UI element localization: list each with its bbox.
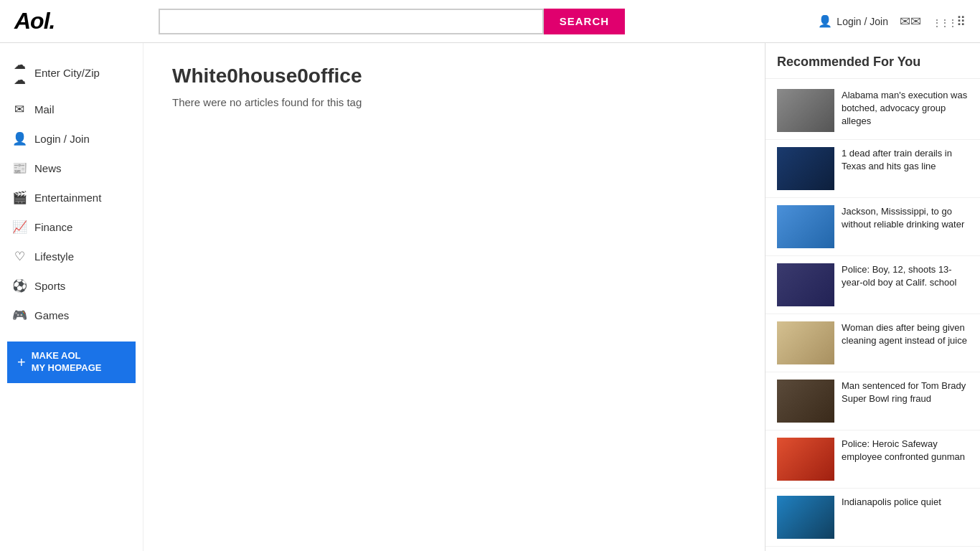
entertainment-icon: 🎬 <box>11 190 27 205</box>
rec-article-item[interactable]: Alabama man's execution was botched, adv… <box>765 82 980 140</box>
article-headline: Man sentenced for Tom Brady Super Bowl r… <box>842 380 969 405</box>
search-container: SEARCH <box>159 9 625 34</box>
article-thumbnail <box>777 321 834 364</box>
grid-icon[interactable]: ⠿ <box>933 14 966 29</box>
sidebar-label-lifestyle: Lifestyle <box>34 250 74 263</box>
search-button[interactable]: SEARCH <box>544 9 625 34</box>
search-input[interactable] <box>159 9 544 34</box>
page-layout: ☁ Enter City/Zip ✉ Mail 👤 Login / Join 📰… <box>0 43 980 551</box>
rec-article-item[interactable]: Police: Heroic Safeway employee confront… <box>765 430 980 489</box>
article-thumbnail <box>777 89 834 132</box>
article-headline: Police: Boy, 12, shoots 13-year-old boy … <box>842 263 969 289</box>
games-icon: 🎮 <box>11 308 27 323</box>
weather-icon: ☁ <box>11 57 27 88</box>
rec-article-item[interactable]: 1 dead after train derails in Texas and … <box>765 140 980 198</box>
sidebar-item-login[interactable]: 👤 Login / Join <box>0 124 143 154</box>
article-thumbnail <box>777 496 834 539</box>
sidebar-item-news[interactable]: 📰 News <box>0 154 143 183</box>
article-thumbnail <box>777 438 834 481</box>
login-join-label: Login / Join <box>837 16 888 27</box>
sidebar-item-sports[interactable]: ⚽ Sports <box>0 271 143 301</box>
article-headline: Jackson, Mississippi, to go without reli… <box>842 205 969 231</box>
sports-icon: ⚽ <box>11 278 27 293</box>
aol-logo[interactable]: Aol. <box>14 8 55 34</box>
article-thumbnail <box>777 205 834 248</box>
article-thumbnail <box>777 147 834 190</box>
sidebar-label-entertainment: Entertainment <box>34 192 101 204</box>
sidebar-label-news: News <box>34 162 62 174</box>
header: Aol. SEARCH Login / Join ✉ ⠿ <box>0 0 980 43</box>
rec-article-item[interactable]: Woman dies after being given cleaning ag… <box>765 314 980 372</box>
mail-icon[interactable]: ✉ <box>900 14 921 29</box>
user-icon: 👤 <box>11 131 27 146</box>
mail-icon: ✉ <box>11 102 27 117</box>
make-homepage-button[interactable]: + MAKE AOL MY HOMEPAGE <box>7 342 136 383</box>
page-tag-title: White0house0office <box>172 65 736 88</box>
recommended-title: Recommended For You <box>765 55 980 79</box>
login-join-button[interactable]: Login / Join <box>818 14 888 28</box>
rec-article-item[interactable]: Indianapolis police quiet <box>765 489 980 547</box>
lifestyle-icon: ♡ <box>11 249 27 264</box>
sidebar-label-mail: Mail <box>34 103 55 116</box>
right-panel: Recommended For You Alabama man's execut… <box>765 43 980 551</box>
header-right: Login / Join ✉ ⠿ <box>818 14 966 29</box>
article-thumbnail <box>777 263 834 306</box>
rec-article-item[interactable]: Police: Boy, 12, shoots 13-year-old boy … <box>765 256 980 314</box>
news-icon: 📰 <box>11 161 27 176</box>
article-thumbnail <box>777 380 834 423</box>
sidebar-label-login: Login / Join <box>34 133 90 145</box>
rec-article-item[interactable]: Jackson, Mississippi, to go without reli… <box>765 198 980 256</box>
article-headline: Indianapolis police quiet <box>842 496 941 509</box>
person-icon <box>818 14 832 28</box>
sidebar-item-finance[interactable]: 📈 Finance <box>0 212 143 242</box>
recommended-list: Alabama man's execution was botched, adv… <box>765 82 980 547</box>
sidebar-label-weather: Enter City/Zip <box>34 67 100 79</box>
sidebar-label-sports: Sports <box>34 280 65 292</box>
article-headline: 1 dead after train derails in Texas and … <box>842 147 969 173</box>
article-headline: Police: Heroic Safeway employee confront… <box>842 438 969 463</box>
sidebar-item-lifestyle[interactable]: ♡ Lifestyle <box>0 242 143 271</box>
plus-icon: + <box>17 353 26 372</box>
main-content: White0house0office There were no article… <box>143 43 765 551</box>
no-articles-message: There were no articles found for this ta… <box>172 96 736 108</box>
article-headline: Woman dies after being given cleaning ag… <box>842 321 969 347</box>
sidebar-label-games: Games <box>34 309 69 321</box>
finance-icon: 📈 <box>11 220 27 235</box>
sidebar-item-games[interactable]: 🎮 Games <box>0 301 143 330</box>
article-headline: Alabama man's execution was botched, adv… <box>842 89 969 128</box>
rec-article-item[interactable]: Man sentenced for Tom Brady Super Bowl r… <box>765 372 980 430</box>
sidebar: ☁ Enter City/Zip ✉ Mail 👤 Login / Join 📰… <box>0 43 143 551</box>
sidebar-item-weather[interactable]: ☁ Enter City/Zip <box>0 50 143 95</box>
sidebar-label-finance: Finance <box>34 221 72 233</box>
make-homepage-text: MAKE AOL MY HOMEPAGE <box>32 350 102 375</box>
sidebar-item-mail[interactable]: ✉ Mail <box>0 95 143 124</box>
sidebar-item-entertainment[interactable]: 🎬 Entertainment <box>0 183 143 212</box>
